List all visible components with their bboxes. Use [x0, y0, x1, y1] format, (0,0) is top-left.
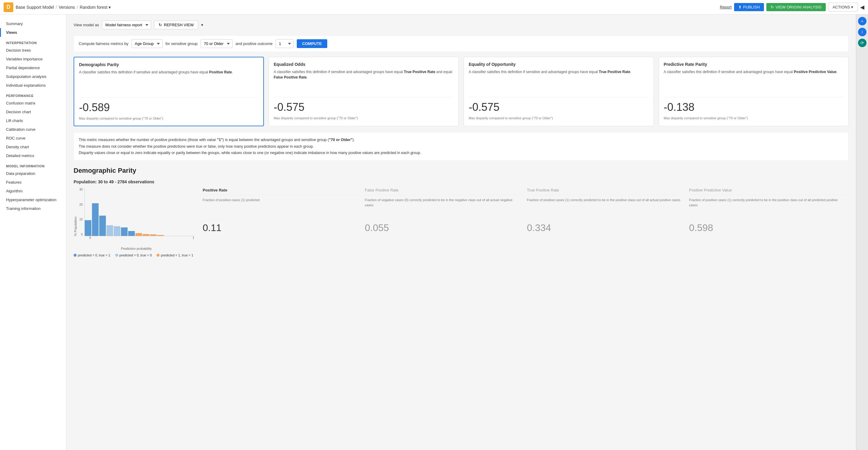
sensitive-group-select[interactable]: 70 or Older — [200, 39, 232, 48]
y-axis: 30 20 10 0 — [73, 188, 83, 236]
content-area: View model as Model fairness report ↻ RE… — [66, 15, 856, 450]
card-value: -0.575 — [469, 101, 649, 114]
sidebar-section-interpretation: INTERPRETATION — [0, 37, 66, 46]
x-axis-label: Prediction probability — [79, 247, 194, 250]
mt-col-true-positive: True Positive Rate Fraction of positive … — [525, 188, 687, 233]
card-note: Max disparity compared to sensitive grou… — [79, 116, 258, 121]
card-predictive-rate[interactable]: Predictive Rate Parity A classifier sati… — [659, 57, 849, 126]
publish-icon: ⬆ — [738, 5, 742, 9]
sidebar-item-detailed-metrics[interactable]: Detailed metrics — [0, 151, 66, 160]
card-title: Equalized Odds — [274, 62, 454, 67]
card-desc: A classifier satisfies this definition i… — [274, 69, 454, 93]
card-demographic-parity[interactable]: Demographic Parity A classifier satisfie… — [73, 57, 264, 126]
card-note: Max disparity compared to sensitive grou… — [664, 116, 844, 120]
sidebar-item-views[interactable]: Views — [0, 28, 66, 37]
sidebar: Summary Views INTERPRETATION Decision tr… — [0, 15, 66, 450]
card-divider — [664, 97, 844, 97]
bar — [92, 203, 99, 236]
sidebar-item-algorithm[interactable]: Algorithm — [0, 187, 66, 195]
sidebar-item-data-preparation[interactable]: Data preparation — [0, 169, 66, 178]
sidebar-item-density-chart[interactable]: Density chart — [0, 143, 66, 151]
card-note: Max disparity compared to sensitive grou… — [274, 116, 454, 120]
chart-bars — [85, 188, 194, 236]
report-button[interactable]: Report — [720, 5, 732, 9]
sidebar-item-calibration-curve[interactable]: Calibration curve — [0, 125, 66, 134]
card-title: Predictive Rate Parity — [664, 62, 844, 67]
side-info-button[interactable]: i — [858, 28, 867, 36]
card-value: -0.138 — [664, 101, 844, 114]
back-button[interactable]: ◀ — [860, 4, 864, 10]
sidebar-item-hyperparameter[interactable]: Hyperparameter optimization — [0, 195, 66, 204]
sidebar-item-decision-trees[interactable]: Decision trees — [0, 46, 66, 55]
sidebar-item-individual-explanations[interactable]: Individual explanations — [0, 81, 66, 90]
card-equalized-odds[interactable]: Equalized Odds A classifier satisfies th… — [269, 57, 459, 126]
metric-cards: Demographic Parity A classifier satisfie… — [73, 57, 849, 126]
mt-desc-positive-rate: Fraction of positive cases (1) predicted — [203, 198, 360, 219]
card-desc: A classifier satisfies this definition i… — [79, 69, 258, 94]
card-equality-opportunity[interactable]: Equality of Opportunity A classifier sat… — [464, 57, 654, 126]
card-note: Max disparity compared to sensitive grou… — [469, 116, 649, 120]
card-desc: A classifier satisfies this definition i… — [469, 69, 649, 93]
sidebar-item-summary[interactable]: Summary — [0, 19, 66, 28]
legend-color-1 — [115, 254, 118, 257]
sidebar-item-subpopulation[interactable]: Subpopulation analysis — [0, 72, 66, 81]
breadcrumb-versions[interactable]: Versions — [59, 5, 75, 10]
x-axis-labels: 0 1 — [89, 236, 194, 240]
compute-button[interactable]: COMPUTE — [297, 39, 327, 48]
sidebar-item-roc-curve[interactable]: ROC curve — [0, 134, 66, 143]
mt-col-ppv: Positive Predictive Value Fraction of po… — [687, 188, 849, 233]
card-divider — [79, 97, 258, 97]
vieworigin-button[interactable]: ↻ VIEW ORIGIN/ ANALYSIS — [766, 3, 826, 11]
mt-header-ppv: Positive Predictive Value — [689, 188, 846, 195]
sidebar-item-lift-charts[interactable]: Lift charts — [0, 116, 66, 125]
sidebar-item-decision-chart[interactable]: Decision chart — [0, 108, 66, 116]
refresh-button[interactable]: ↻ REFRESH VIEW — [154, 21, 198, 29]
sidebar-item-features[interactable]: Features — [0, 178, 66, 187]
card-value: -0.575 — [274, 101, 454, 114]
side-sync-button[interactable]: ⟳ — [858, 39, 867, 47]
sidebar-item-partial-dependence[interactable]: Partial dependence — [0, 63, 66, 72]
sidebar-item-variables-importance[interactable]: Variables importance — [0, 55, 66, 63]
legend-item-2: predicted = 1, true = 1 — [157, 253, 193, 257]
bar-chart: % Population 30 20 10 0 — [73, 188, 194, 257]
positive-outcome-label: and positive outcome — [236, 41, 273, 46]
breadcrumb-model[interactable]: Random forest ▾ — [80, 5, 111, 10]
side-add-button[interactable]: + — [858, 17, 867, 25]
sidebar-item-training-info[interactable]: Training information — [0, 204, 66, 213]
metrics-table: Positive Rate Fraction of positive cases… — [200, 188, 849, 233]
sidebar-section-model-info: MODEL INFORMATION — [0, 160, 66, 169]
sidebar-item-confusion-matrix[interactable]: Confusion matrix — [0, 99, 66, 108]
view-model-select[interactable]: Model fairness report — [102, 21, 151, 29]
actions-button[interactable]: ACTIONS ▾ — [828, 3, 858, 11]
population-heading: Population: 30 to 49 - 2784 observations — [73, 179, 849, 184]
sidebar-section-performance: PERFORMANCE — [0, 90, 66, 99]
side-panel: + i ⟳ — [856, 15, 868, 450]
bar — [143, 234, 149, 236]
card-value: -0.589 — [79, 101, 258, 114]
refresh-icon: ↻ — [771, 5, 774, 9]
card-divider — [274, 97, 454, 97]
description-block: This metric measures whether the number … — [73, 132, 849, 161]
publish-button[interactable]: ⬆ PUBLISH — [734, 3, 764, 11]
bar — [135, 233, 142, 236]
app-logo: D — [4, 2, 13, 12]
metric-by-select[interactable]: Age Group — [131, 39, 162, 48]
mt-desc-true-positive: Fraction of positive cases (1) correctly… — [527, 198, 684, 219]
card-desc: A classifier satisfies this definition i… — [664, 69, 844, 93]
sensitive-group-label: for sensitive group — [165, 41, 197, 46]
section-title: Demographic Parity — [73, 167, 849, 174]
mt-desc-false-positive: Fraction of negative cases (0) correctly… — [365, 198, 522, 219]
chart-legend: predicted = 0, true = 1 predicted = 0, t… — [73, 253, 194, 257]
breadcrumb: Base Support Model / Versions / Random f… — [16, 5, 111, 10]
bar — [85, 220, 91, 236]
main-layout: Summary Views INTERPRETATION Decision tr… — [0, 15, 868, 450]
breadcrumb-base[interactable]: Base Support Model — [16, 5, 54, 10]
positive-outcome-select[interactable]: 1 — [276, 39, 294, 48]
legend-color-0 — [73, 254, 76, 257]
view-model-label: View model as — [73, 23, 99, 27]
mt-value-positive-rate: 0.11 — [203, 222, 360, 233]
mt-col-false-positive: False Positive Rate Fraction of negative… — [363, 188, 525, 233]
toolbar-view: View model as Model fairness report ↻ RE… — [73, 21, 849, 29]
bar — [150, 234, 157, 236]
mt-col-positive-rate: Positive Rate Fraction of positive cases… — [200, 188, 363, 233]
